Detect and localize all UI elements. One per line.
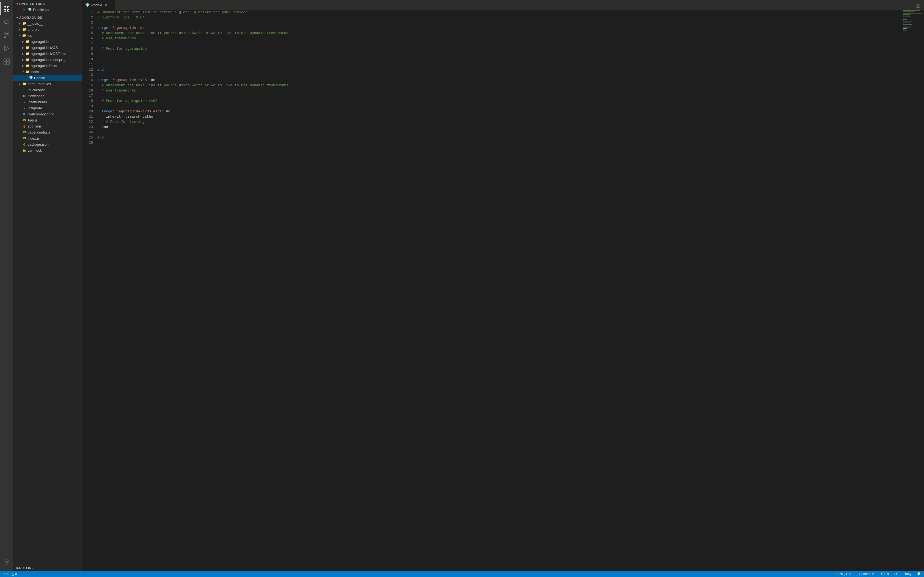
activity-bar-explorer[interactable] bbox=[0, 2, 13, 15]
tree-item-gitignore[interactable]: ⬥ .gitignore bbox=[13, 105, 82, 111]
folder-icon: 📁 bbox=[25, 57, 30, 62]
line-num-4: 4 bbox=[82, 25, 93, 31]
line-num-9: 9 bbox=[82, 52, 93, 56]
split-editor-button[interactable] bbox=[914, 2, 922, 10]
tree-item-label: babel.config.js bbox=[27, 130, 50, 134]
svg-rect-16 bbox=[918, 4, 920, 7]
status-errors[interactable]: ⚠ 0 △ 0 bbox=[2, 571, 18, 577]
tree-item-agoraguide-tvos[interactable]: ▶ 📁 agoraguide-tvOS bbox=[13, 45, 82, 50]
svg-point-14 bbox=[6, 561, 7, 563]
tree-item-android[interactable]: ▶ 📁 android bbox=[13, 26, 82, 32]
code-line-18: # Pods for agoraguide-tvOS bbox=[97, 99, 157, 103]
tree-item-appjson[interactable]: {} app.json bbox=[13, 123, 82, 129]
tree-item-xcodeproj[interactable]: ▶ 📁 agoraguide.xcodeproj bbox=[13, 56, 82, 63]
line-num-13: 13 bbox=[82, 72, 93, 77]
tab-close-button[interactable]: ✕ bbox=[104, 3, 108, 7]
tree-item-ios[interactable]: ▾ 📂 ios bbox=[13, 32, 82, 39]
tab-file-icon: 💎 bbox=[85, 3, 90, 7]
tree-item-babelconfig[interactable]: JS babel.config.js bbox=[13, 129, 82, 135]
minimap-line bbox=[903, 20, 904, 21]
tree-chevron: ▶ bbox=[21, 57, 25, 62]
activity-bar-settings[interactable] bbox=[0, 556, 13, 569]
line-num-3: 3 bbox=[82, 20, 93, 25]
tree-item-flowconfig[interactable]: ⊞ .flowconfig bbox=[13, 93, 82, 99]
svg-rect-1 bbox=[4, 10, 6, 11]
code-line-12: end bbox=[97, 68, 104, 72]
line-num-12: 12 bbox=[82, 67, 93, 72]
tree-item-gitattributes[interactable]: ⬥ .gitattributes bbox=[13, 99, 82, 105]
open-editors-label: OPEN EDITORS bbox=[19, 2, 45, 5]
ruby-file-icon: 💎 bbox=[29, 76, 33, 80]
tree-item-watchmanconfig[interactable]: ⬟ .watchmanconfig bbox=[13, 111, 82, 117]
line-num-2: 2 bbox=[82, 15, 93, 20]
tree-item-buckconfig[interactable]: ⬡ .buckconfig bbox=[13, 87, 82, 93]
tab-label: Podfile bbox=[91, 3, 102, 7]
minimap-line bbox=[903, 30, 907, 31]
tree-item-pods[interactable]: ▾ 📂 Pods bbox=[13, 69, 82, 75]
status-eol[interactable]: LF bbox=[893, 571, 899, 577]
tree-item-label: android bbox=[27, 27, 39, 32]
minimap-line bbox=[903, 27, 910, 28]
open-editor-podfile[interactable]: ✕ 💎 Podfile ios bbox=[13, 6, 82, 13]
activity-bar-search[interactable] bbox=[0, 15, 13, 29]
activity-bar-scm[interactable] bbox=[0, 29, 13, 42]
tree-item-label: agoraguide-tvOS bbox=[31, 46, 58, 50]
line-num-7: 7 bbox=[82, 41, 93, 46]
svg-line-5 bbox=[8, 23, 10, 25]
status-col-sep: , bbox=[844, 572, 845, 576]
line-num-14: 14 bbox=[82, 77, 93, 83]
tree-item-podfile[interactable]: 💎 Podfile bbox=[13, 75, 82, 81]
tree-item-node-modules[interactable]: ▶ 📁 node_modules bbox=[13, 81, 82, 87]
tree-chevron bbox=[18, 124, 22, 128]
tree-item-yarnlock[interactable]: 🔒 yarn.lock bbox=[13, 147, 82, 153]
activity-bar-debug[interactable] bbox=[0, 42, 13, 55]
tree-chevron: ▶ bbox=[21, 45, 25, 50]
outline-header[interactable]: ▶ OUTLINE bbox=[13, 565, 82, 571]
tree-chevron bbox=[18, 100, 22, 104]
status-ln-col[interactable]: Ln 26 , Col 1 bbox=[834, 571, 855, 577]
tree-chevron bbox=[18, 136, 22, 140]
tree-item-packagejson[interactable]: {} package.json bbox=[13, 141, 82, 147]
tree-item-appjs[interactable]: JS App.js bbox=[13, 117, 82, 123]
project-header[interactable]: ▾ AGORAGUIDE bbox=[13, 14, 82, 20]
minimap-line bbox=[903, 22, 922, 22]
tab-actions bbox=[914, 2, 924, 10]
line-num-25: 25 bbox=[82, 135, 93, 140]
status-spaces[interactable]: Spaces: 2 bbox=[858, 571, 875, 577]
code-editor[interactable]: # Uncomment the next line to define a gl… bbox=[95, 10, 902, 571]
code-line-25: end bbox=[97, 135, 104, 140]
tab-bar: 💎 Podfile ✕ bbox=[82, 0, 924, 10]
tree-item-tests[interactable]: ▶ 📁 __tests__ bbox=[13, 20, 82, 26]
minimap-line bbox=[903, 28, 907, 29]
bell-icon bbox=[917, 572, 921, 576]
tree-item-agoraguide[interactable]: ▶ 📁 agoraguide bbox=[13, 39, 82, 45]
minimap bbox=[902, 10, 924, 571]
line-num-5: 5 bbox=[82, 31, 93, 36]
tree-item-label: Pods bbox=[31, 70, 39, 74]
line-num-1: 1 bbox=[82, 10, 93, 15]
tree-item-agoraguide-tvostests[interactable]: ▶ 📁 agoraguide-tvOSTests bbox=[13, 50, 82, 56]
tree-item-agoraguide-tests[interactable]: ▶ 📁 agoraguideTests bbox=[13, 63, 82, 69]
tree-item-label: app.json bbox=[27, 124, 41, 128]
svg-point-6 bbox=[4, 36, 6, 38]
outline-section: ▶ OUTLINE bbox=[13, 565, 82, 571]
tree-chevron bbox=[18, 118, 22, 122]
line-num-18: 18 bbox=[82, 98, 93, 103]
code-line-5: # Uncomment the next line if you're usin… bbox=[97, 31, 288, 35]
minimap-line bbox=[903, 13, 911, 13]
status-language[interactable]: Ruby bbox=[903, 571, 913, 577]
tree-chevron bbox=[18, 94, 22, 98]
status-notifications[interactable] bbox=[916, 571, 922, 577]
tree-item-indexjs[interactable]: JS index.js bbox=[13, 135, 82, 141]
warning-count-label: △ bbox=[11, 572, 14, 576]
open-editors-header[interactable]: ▾ OPEN EDITORS bbox=[13, 0, 82, 6]
tab-podfile[interactable]: 💎 Podfile ✕ bbox=[82, 0, 115, 10]
code-line-20: target 'agoraguide-tvOSTests' do bbox=[97, 110, 170, 113]
file-tree: ✕ 💎 Podfile ios ▾ AGORAGUIDE ▶ 📁 __tests… bbox=[13, 6, 82, 565]
status-encoding[interactable]: UTF-8 bbox=[878, 571, 890, 577]
line-num-8: 8 bbox=[82, 46, 93, 52]
activity-bar-extensions[interactable] bbox=[0, 55, 13, 68]
tree-item-label: agoraguide.xcodeproj bbox=[31, 58, 65, 62]
minimap-line bbox=[903, 17, 904, 17]
folder-open-icon: 📂 bbox=[25, 69, 30, 74]
